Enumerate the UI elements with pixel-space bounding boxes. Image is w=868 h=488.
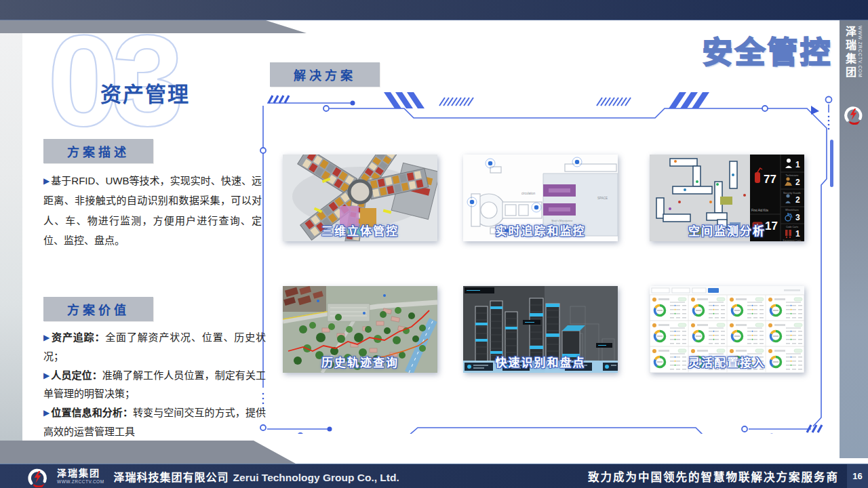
thumb-caption: 灵活配置接入	[650, 353, 804, 370]
right-photo-strip: WWW.ZRCCTV.COM 泽瑞集团	[840, 20, 868, 458]
bullet-arrow-icon: ▶	[43, 176, 50, 186]
thumb-space-monitoring: 77 First Aid Kits 17 1 Technicians 2 Sec…	[650, 155, 804, 241]
page-title: 资产管理	[100, 77, 190, 108]
description-body: ▶基于RFID、UWB等技术，实现实时、快速、远距离、非接触式的自动识别和数据采…	[43, 171, 262, 250]
plan-label: circulation	[521, 192, 536, 195]
value-body: ▶资产追踪：全面了解资产状况、位置、历史状况； ▶人员定位：准确了解工作人员位置…	[43, 328, 266, 441]
counter-label: Equipment Carts	[783, 239, 802, 242]
counter-label: Technicians	[786, 174, 799, 177]
bullet-arrow-icon: ▶	[43, 371, 50, 380]
corner-title: 安全管控	[703, 28, 833, 72]
brand-url: WWW.ZRCCTV.COM	[858, 26, 863, 80]
top-band	[0, 0, 868, 20]
company-logo-icon	[24, 466, 52, 487]
counter-value: 2	[795, 195, 800, 205]
thumb-realtime-tracking: circulation SPACE Stair's Mezzanine 实时追踪…	[463, 155, 618, 241]
top-gray-wedge	[0, 20, 307, 33]
thumb-quick-inventory: 快速识别和盘点	[463, 286, 618, 373]
circuit-frame	[256, 85, 837, 434]
thumb-caption: 三维立体管控	[283, 222, 437, 239]
footer-slogan: 致力成为中国领先的智慧物联解决方案服务商	[588, 468, 839, 485]
counter-label: Wheelchairs	[785, 209, 799, 211]
value-header: 方案价值	[43, 297, 153, 321]
gauge-value: 77	[764, 173, 776, 186]
thumb-flexible-config: 灵活配置接入	[650, 286, 804, 373]
thumb-caption: 快速识别和盘点	[463, 353, 618, 370]
counter-value: 1	[795, 160, 800, 169]
gauge-label: First Aid Kits	[751, 209, 769, 212]
left-photo-strip	[0, 20, 22, 458]
value-bullet-label: 人员定位：	[51, 369, 102, 381]
thumb-history-trail: 历史轨迹查询	[283, 286, 437, 373]
brand-vertical: WWW.ZRCCTV.COM 泽瑞集团	[842, 26, 863, 80]
plan-label: SPACE	[597, 197, 608, 200]
thumb-caption: 空间监测分析	[650, 222, 804, 239]
company-logo-icon	[842, 103, 865, 125]
brand-name: 泽瑞集团	[57, 468, 104, 479]
thumb-caption: 实时追踪和监控	[463, 222, 618, 239]
footer-brand: 泽瑞集团 WWW.ZRCCTV.COM	[57, 468, 104, 484]
company-name-cn: 泽瑞科技集团有限公司	[114, 472, 229, 483]
thumb-caption: 历史轨迹查询	[283, 353, 437, 370]
footer-bar: 泽瑞集团 WWW.ZRCCTV.COM 泽瑞科技集团有限公司Zerui Tech…	[0, 464, 868, 488]
description-header: 方案描述	[43, 139, 153, 163]
counter-label: Security Guards	[783, 192, 801, 195]
description-text: 基于RFID、UWB等技术，实现实时、快速、远距离、非接触式的自动识别和数据采集…	[43, 175, 262, 246]
footer-company: 泽瑞科技集团有限公司Zerui Technology Group Co., Lt…	[114, 468, 399, 485]
value-bullet-label: 资产追踪：	[52, 331, 105, 343]
counter-value: 2	[795, 178, 800, 187]
value-bullet-label: 位置信息和分析：	[51, 407, 133, 418]
brand-url: WWW.ZRCCTV.COM	[57, 479, 104, 484]
bottom-gray-wedge	[0, 441, 296, 464]
thumb-3d-control: 三维立体管控	[283, 155, 437, 241]
slide: WWW.ZRCCTV.COM 泽瑞集团 安全管控 03 资产管理 方案描述 ▶基…	[0, 0, 868, 488]
company-name-en: Zerui Technology Group Co., Ltd.	[233, 472, 399, 483]
page-number: 16	[847, 464, 868, 488]
counter-value: 3	[795, 213, 800, 222]
bullet-arrow-icon: ▶	[43, 408, 50, 418]
brand-name: 泽瑞集团	[842, 26, 858, 80]
bullet-arrow-icon: ▶	[43, 333, 50, 342]
solution-header: 解决方案	[270, 62, 380, 87]
